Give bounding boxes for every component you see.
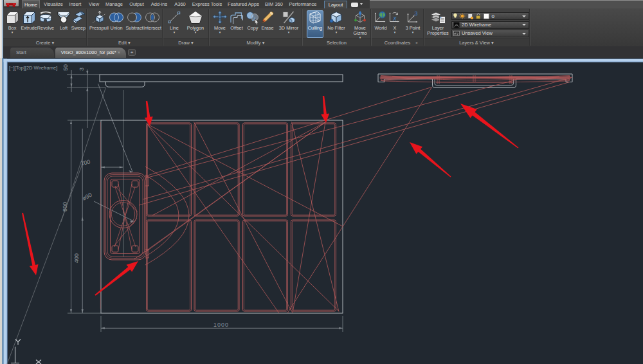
svg-text:50: 50	[62, 64, 69, 71]
svg-text:3: 3	[78, 68, 85, 71]
svg-text:0: 0	[492, 14, 495, 19]
svg-text:[−][Top][2D Wireframe]: [−][Top][2D Wireframe]	[9, 65, 57, 71]
svg-text:800: 800	[62, 202, 68, 212]
svg-text:1000: 1000	[213, 322, 229, 328]
svg-text:x: x	[393, 15, 397, 22]
svg-text:3: 3	[415, 10, 418, 17]
svg-text:400: 400	[73, 253, 80, 263]
